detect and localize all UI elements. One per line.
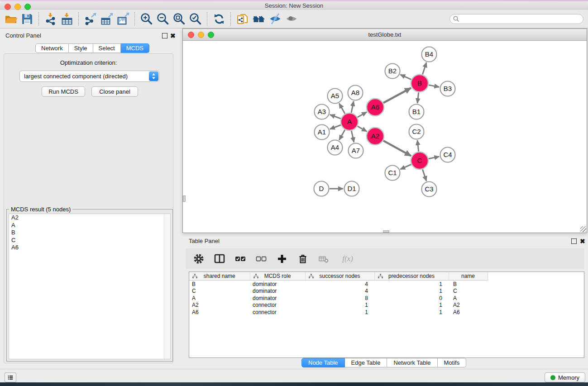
edge-B-B3[interactable]: [429, 85, 439, 87]
table-cell[interactable]: C: [189, 288, 250, 295]
edge-B-B1[interactable]: [417, 92, 419, 103]
edge-A2-C[interactable]: [383, 141, 411, 156]
table-cell[interactable]: 8: [305, 295, 374, 302]
table-cell[interactable]: dominator: [250, 295, 305, 302]
node-B2[interactable]: B2: [385, 64, 400, 79]
table-cell[interactable]: 4: [305, 288, 374, 295]
table-cell[interactable]: C: [449, 288, 488, 295]
tab-select[interactable]: Select: [93, 43, 121, 53]
edge-C-C3[interactable]: [422, 169, 426, 181]
table-settings-button[interactable]: [192, 252, 206, 266]
criterion-select[interactable]: largest connected component (directed): [19, 71, 159, 82]
edge-C-C1[interactable]: [400, 164, 411, 169]
network-overview-button[interactable]: [251, 11, 267, 27]
node-A8[interactable]: A8: [348, 86, 363, 100]
open-session-button[interactable]: [3, 11, 19, 27]
function-builder-button[interactable]: f(x): [338, 252, 358, 266]
task-history-button[interactable]: [5, 372, 16, 382]
table-row[interactable]: A2connector11A2: [189, 302, 584, 309]
splitter-grip-bottom[interactable]: [383, 230, 389, 233]
mcds-result-scrollbar[interactable]: [164, 214, 170, 359]
save-session-button[interactable]: [19, 11, 35, 27]
apply-layout-button[interactable]: [211, 11, 227, 27]
zoom-selected-button[interactable]: [187, 11, 204, 27]
edge-A-A5[interactable]: [339, 104, 345, 114]
node-A1[interactable]: A1: [315, 125, 330, 140]
node-C2[interactable]: C2: [409, 124, 424, 139]
table-cell[interactable]: 1: [305, 302, 374, 309]
table-cell[interactable]: connector: [250, 309, 305, 316]
node-A6[interactable]: A6: [367, 99, 384, 116]
export-image-button[interactable]: [115, 11, 131, 27]
mcds-result-item[interactable]: A: [9, 222, 170, 229]
table-panel-float-button[interactable]: [571, 238, 577, 244]
tab-edge-table[interactable]: Edge Table: [345, 358, 387, 367]
node-C4[interactable]: C4: [440, 148, 455, 162]
delete-table-button[interactable]: [317, 252, 330, 266]
mcds-result-list[interactable]: A2ABCA6: [9, 214, 171, 359]
column-header-mcds-role[interactable]: MCDS role: [250, 272, 305, 281]
node-A5[interactable]: A5: [328, 89, 343, 104]
table-cell[interactable]: A2: [449, 302, 488, 309]
table-cell[interactable]: A6: [189, 309, 250, 316]
table-panel-close-button[interactable]: ✖: [580, 238, 585, 244]
table-row[interactable]: Cdominator41C: [189, 288, 584, 295]
control-panel-close-button[interactable]: ✖: [170, 33, 176, 39]
table-cell[interactable]: 4: [305, 281, 374, 288]
table-cell[interactable]: B: [189, 281, 250, 288]
table-cell[interactable]: A: [449, 295, 488, 302]
table-cell[interactable]: B: [449, 281, 488, 288]
select-all-button[interactable]: [234, 252, 247, 266]
network-graph[interactable]: AA1A2A3A4A5A6A7A8BB1B2B3B4CC1C2C3C4DD1: [183, 40, 587, 233]
column-header-successor-nodes[interactable]: successor nodes: [305, 272, 374, 281]
node-A4[interactable]: A4: [328, 140, 343, 155]
column-header-name[interactable]: name: [449, 272, 488, 281]
tab-motifs[interactable]: Motifs: [438, 358, 467, 367]
node-C3[interactable]: C3: [422, 182, 437, 197]
export-table-button[interactable]: [99, 11, 115, 27]
edge-A-A3[interactable]: [330, 114, 341, 119]
table-cell[interactable]: 1: [374, 288, 449, 295]
edge-B-B4[interactable]: [422, 62, 426, 74]
edge-A-A6[interactable]: [358, 112, 367, 117]
table-row[interactable]: Adominator80A: [189, 295, 584, 302]
table-cell[interactable]: dominator: [250, 288, 305, 295]
search-input[interactable]: [460, 14, 583, 24]
duplicate-network-button[interactable]: [234, 11, 251, 27]
node-A[interactable]: A: [341, 113, 358, 130]
table-cell[interactable]: 1: [374, 302, 449, 309]
edge-A6-B[interactable]: [383, 88, 411, 103]
table-row[interactable]: A6connector11A6: [189, 309, 584, 316]
memory-button[interactable]: Memory: [545, 372, 585, 382]
node-B1[interactable]: B1: [409, 105, 424, 119]
mcds-result-item[interactable]: B: [9, 229, 170, 237]
node-A3[interactable]: A3: [315, 105, 330, 119]
control-panel-float-button[interactable]: [162, 33, 167, 38]
table-cell[interactable]: A6: [449, 309, 488, 316]
tab-node-table[interactable]: Node Table: [301, 358, 345, 367]
table-row[interactable]: Bdominator41B: [189, 281, 584, 288]
tab-mcds[interactable]: MCDS: [121, 43, 149, 53]
import-network-button[interactable]: [43, 11, 59, 27]
edge-C-C2[interactable]: [417, 140, 419, 152]
edge-A-A7[interactable]: [351, 131, 354, 142]
node-C[interactable]: C: [411, 152, 428, 169]
zoom-out-button[interactable]: [155, 11, 171, 27]
network-canvas[interactable]: AA1A2A3A4A5A6A7A8BB1B2B3B4CC1C2C3C4DD1: [183, 40, 587, 233]
node-C1[interactable]: C1: [385, 166, 400, 181]
add-button[interactable]: [275, 252, 289, 266]
column-header-shared-name[interactable]: shared name: [189, 272, 250, 281]
show-all-button[interactable]: [283, 11, 300, 27]
table-cell[interactable]: 1: [374, 309, 449, 316]
node-A2[interactable]: A2: [367, 128, 384, 145]
splitter-grip[interactable]: [183, 195, 186, 202]
network-window-titlebar[interactable]: testGlobe.txt: [183, 29, 587, 41]
zoom-in-button[interactable]: [139, 11, 155, 27]
tab-network-table[interactable]: Network Table: [387, 358, 437, 367]
table-cell[interactable]: dominator: [250, 281, 305, 288]
mcds-result-item[interactable]: A2: [9, 214, 170, 222]
tab-network[interactable]: Network: [35, 43, 69, 53]
edge-A-A2[interactable]: [358, 126, 367, 131]
node-D1[interactable]: D1: [344, 181, 359, 196]
edge-C-C4[interactable]: [429, 157, 439, 159]
